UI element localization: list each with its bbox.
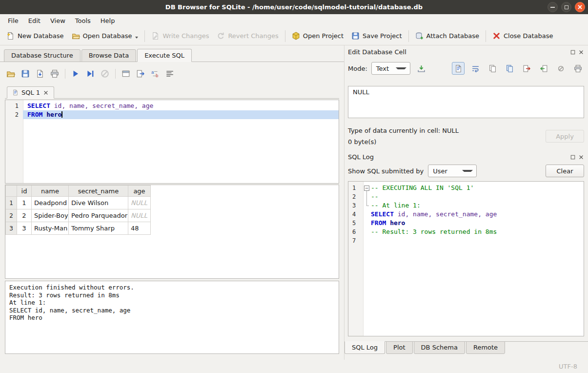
close-database-button[interactable]: Close Database [488,29,557,43]
copy-button[interactable] [486,62,499,75]
close-panel-button[interactable] [578,154,584,160]
fold-marker-icon[interactable] [363,184,371,192]
clear-button[interactable]: Clear [546,165,584,177]
column-header-age[interactable]: age [128,186,151,197]
column-header-id[interactable]: id [17,186,32,197]
toolbar-separator [144,30,145,42]
tab-execute-sql[interactable]: Execute SQL [137,49,192,62]
code-line-text: -- Result: 3 rows returned in 8ms [371,228,584,236]
table-row: 22Spider-BoyPedro ParqueadorNULL [6,209,151,222]
row-number[interactable]: 1 [6,197,17,209]
float-panel-button[interactable] [570,49,576,55]
close-database-icon [492,32,501,40]
import-cell-button[interactable] [537,62,550,75]
fold-marker-icon [363,201,371,210]
cell[interactable]: NULL [128,209,151,222]
cell[interactable]: Spider-Boy [32,209,69,222]
edit-cell-header: Edit Database Cell [348,48,584,56]
sql-log-header-icons [570,154,584,160]
tab-remote[interactable]: Remote [466,341,505,354]
mode-combobox[interactable]: Text [371,62,410,75]
edit-cell-title: Edit Database Cell [348,48,406,56]
toolbar-button-label: Write Changes [162,32,209,40]
cell[interactable]: Dive Wilson [69,197,128,209]
sql-tab-sql-1[interactable]: SQL 1 [7,86,54,99]
float-panel-button[interactable] [570,154,576,160]
import-data-button[interactable] [415,62,428,75]
open-database-button[interactable]: Open Database [68,29,142,43]
save-results-button[interactable] [34,68,46,80]
save-project-button[interactable]: Save Project [347,29,406,43]
filter-combobox[interactable]: User [428,165,477,177]
find-replace-button[interactable]: ab [149,68,161,80]
cell[interactable]: Tommy Sharp [69,222,128,235]
cell[interactable]: 1 [17,197,32,209]
new-database-button[interactable]: New Database [2,29,68,43]
cell[interactable]: NULL [128,197,151,209]
cell[interactable]: Deadpond [32,197,69,209]
close-button[interactable]: × [575,2,585,12]
sql-tab-label: SQL 1 [21,89,40,96]
apply-button: Apply [546,130,584,143]
cell[interactable]: 2 [17,209,32,222]
tab-plot[interactable]: Plot [386,341,413,354]
cell[interactable]: Rusty-Man [32,222,69,235]
print-cell-button[interactable] [571,62,584,75]
cell[interactable]: 3 [17,222,32,235]
print-button[interactable] [49,68,61,80]
export-sql-icon [136,69,145,78]
column-header-secret-name[interactable]: secret_name [69,186,128,197]
paste-button[interactable] [503,62,516,75]
menu-file[interactable]: File [3,16,23,26]
attach-database-button[interactable]: Attach Database [411,29,483,43]
menu-edit[interactable]: Edit [23,16,45,26]
open-project-button[interactable]: Open Project [288,29,347,43]
cell[interactable]: Pedro Parqueador [69,209,128,222]
cell-type-info: Type of data currently in cell: NULL [348,127,459,134]
maximize-button[interactable] [561,2,571,12]
cell[interactable]: 48 [128,222,151,235]
execute-line-button[interactable] [84,68,96,80]
cell-mode-row: Mode: Text [348,62,584,75]
titlebar: DB Browser for SQLite - /home/user/code/… [0,0,588,14]
open-sql-file-button[interactable] [5,68,17,80]
text-mode-button[interactable] [452,62,465,75]
mode-label: Mode: [348,65,367,72]
row-number[interactable]: 2 [6,209,17,222]
new-database-icon [6,32,15,40]
set-null-button[interactable] [554,62,567,75]
row-number[interactable]: 3 [6,222,17,235]
cell-size-info: 0 byte(s) [348,138,459,145]
sql-editor[interactable]: 1SELECT id, name, secret_name, age2FROM … [5,100,339,184]
dropdown-chevron-icon[interactable] [135,37,138,39]
tab-db-schema[interactable]: DB Schema [414,341,465,354]
close-panel-button[interactable] [578,49,584,55]
cell-editor[interactable]: NULL [348,86,584,118]
menu-tools[interactable]: Tools [70,16,96,26]
new-tab-button[interactable] [120,68,132,80]
column-header-name[interactable]: name [32,186,69,197]
execute-all-button[interactable] [70,68,81,80]
table-row: 33Rusty-ManTommy Sharp48 [6,222,151,235]
word-wrap-button[interactable] [469,62,482,75]
menu-view[interactable]: View [45,16,70,26]
tab-database-structure[interactable]: Database Structure [4,49,81,62]
menu-help[interactable]: Help [96,16,120,26]
message-line: Execution finished without errors. [9,284,335,291]
fold-column [363,210,371,219]
tab-sql-log[interactable]: SQL Log [345,341,385,354]
minimize-button[interactable] [547,2,558,12]
cell-info: Type of data currently in cell: NULL 0 b… [348,127,459,145]
toolbar-button-label: Open Database [83,32,132,40]
line-number: 4 [348,210,363,219]
line-number: 2 [348,192,363,201]
format-button[interactable] [164,68,176,80]
close-tab-button[interactable] [43,90,49,96]
save-sql-file-button[interactable] [20,68,31,80]
log-line-2: 2-- [348,192,584,201]
tab-browse-data[interactable]: Browse Data [81,49,137,62]
export-cell-button[interactable] [520,62,533,75]
text-mode-icon [454,64,463,73]
export-sql-button[interactable] [135,68,146,80]
sql-log-view[interactable]: 1-- EXECUTING ALL IN 'SQL 1'2--3-- At li… [348,181,584,336]
